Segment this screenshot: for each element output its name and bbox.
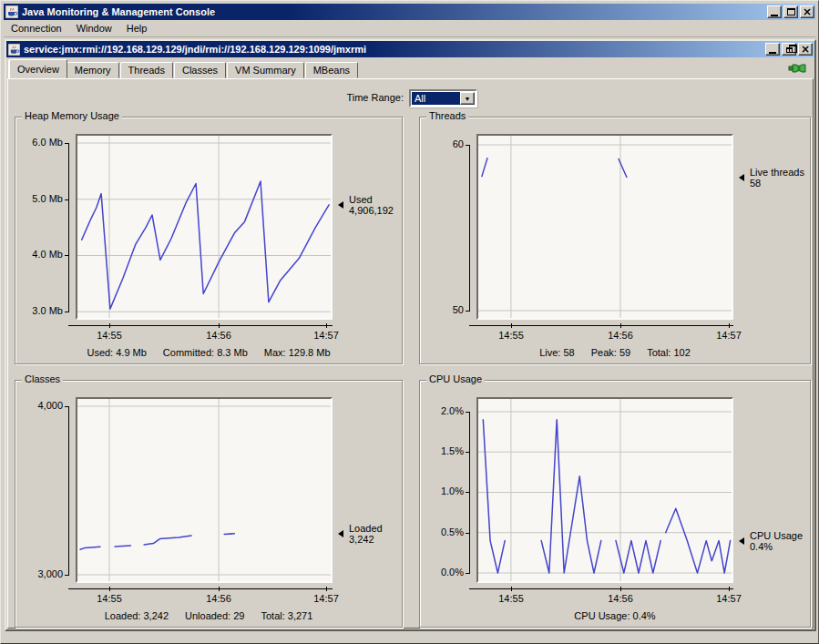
y-tick-label: 0.0% (413, 567, 464, 578)
inner-restore-button[interactable] (782, 43, 796, 56)
minimize-icon (769, 52, 776, 54)
x-tick-label: 14:55 (91, 593, 128, 604)
marker-arrow-icon (338, 201, 343, 209)
tab-mbeans[interactable]: MBeans (305, 62, 358, 78)
x-tick-label: 14:55 (493, 330, 529, 341)
summary-item: Committed: 8.3 Mb (163, 347, 248, 358)
maximize-icon (787, 8, 795, 15)
y-tick-label: 60 (413, 138, 464, 149)
y-axis-line (68, 143, 69, 312)
summary-item: Used: 4.9 Mb (87, 347, 146, 358)
x-tick-mark (511, 323, 512, 328)
time-range-value: All (412, 92, 460, 105)
inner-close-button[interactable]: × (798, 43, 813, 56)
group-box-heap-memory-usage: Heap Memory Usage6.0 Mb5.0 Mb4.0 Mb3.0 M… (15, 117, 403, 364)
x-tick-label: 14:55 (493, 593, 529, 604)
x-axis-line (469, 588, 733, 589)
connection-title: service:jmx:rmi://192.168.129.129/jndi/r… (24, 44, 366, 55)
menu-connection[interactable]: Connection (4, 21, 69, 36)
x-tick-mark (219, 323, 220, 328)
tab-classes[interactable]: Classes (174, 62, 226, 78)
group-title: Threads (426, 110, 468, 121)
group-box-threads: Threads605014:5514:5614:57Live threads 5… (419, 117, 811, 364)
tab-overview[interactable]: Overview (9, 59, 67, 78)
y-tick-label: 4,000 (12, 400, 63, 411)
summary-item: Loaded: 3,242 (105, 610, 169, 621)
y-tick-label: 0.5% (413, 526, 464, 537)
x-tick-label: 14:56 (602, 593, 639, 604)
x-tick-mark (620, 323, 621, 328)
marker-arrow-icon (739, 174, 744, 181)
connection-internal-frame: service:jmx:rmi://192.168.129.129/jndi/r… (5, 39, 816, 631)
x-tick-mark (729, 323, 730, 328)
x-tick-mark (219, 587, 220, 591)
x-tick-label: 14:57 (308, 593, 344, 604)
y-tick-label: 3.0 Mb (12, 305, 63, 316)
y-tick-label: 2.0% (413, 405, 464, 416)
summary-item: Total: 3,271 (261, 610, 312, 621)
x-tick-label: 14:57 (711, 330, 747, 341)
x-tick-label: 14:55 (91, 330, 128, 341)
chevron-down-icon[interactable]: ▼ (460, 92, 475, 105)
plot-area (476, 397, 733, 583)
x-axis-line (469, 325, 733, 326)
x-axis-line (68, 325, 333, 326)
x-axis-line (68, 588, 333, 589)
chart-summary: CPU Usage: 0.4% (420, 610, 810, 621)
group-title: CPU Usage (426, 373, 485, 384)
summary-item: CPU Usage: 0.4% (574, 610, 655, 621)
y-tick-label: 6.0 Mb (12, 137, 63, 148)
time-range-label: Time Range: (282, 92, 404, 103)
marker-label: Live threads 58 (750, 167, 804, 189)
java-cup-icon (8, 44, 20, 56)
x-tick-mark (729, 587, 730, 591)
close-icon: × (801, 45, 810, 54)
menu-window[interactable]: Window (69, 21, 119, 36)
x-tick-mark (511, 587, 512, 591)
inner-minimize-button[interactable] (765, 43, 780, 56)
tab-vm-summary[interactable]: VM Summary (227, 62, 304, 78)
marker-arrow-icon (338, 530, 343, 537)
marker-label: Loaded 3,242 (349, 523, 383, 545)
y-tick-label: 3,000 (12, 568, 63, 579)
close-icon: × (803, 7, 812, 16)
summary-item: Unloaded: 29 (185, 610, 244, 621)
plot-area (76, 134, 333, 320)
group-title: Heap Memory Usage (22, 110, 122, 121)
x-tick-mark (326, 587, 327, 591)
menu-help[interactable]: Help (119, 21, 155, 36)
x-tick-mark (620, 587, 621, 591)
close-button[interactable]: × (800, 5, 814, 18)
marker-arrow-icon (739, 537, 744, 545)
x-tick-mark (326, 323, 327, 328)
time-range-combobox[interactable]: All ▼ (409, 89, 477, 107)
maximize-button[interactable] (783, 5, 798, 18)
summary-item: Live: 58 (539, 347, 575, 358)
inner-title-bar: service:jmx:rmi://192.168.129.129/jndi/r… (6, 41, 814, 57)
tab-memory[interactable]: Memory (67, 62, 119, 78)
x-tick-label: 14:57 (308, 330, 344, 341)
y-tick-label: 50 (413, 304, 464, 315)
plot-area (76, 397, 333, 583)
y-tick-label: 5.0 Mb (12, 193, 63, 204)
marker-label: Used 4,906,192 (349, 194, 394, 216)
chart-summary: Live: 58Peak: 59Total: 102 (420, 347, 810, 358)
y-axis-line (469, 145, 470, 312)
group-box-cpu-usage: CPU Usage2.0%1.5%1.0%0.5%0.0%14:5514:561… (419, 380, 811, 628)
group-box-classes: Classes4,0003,00014:5514:5614:57Loaded 3… (15, 380, 403, 628)
summary-item: Max: 129.8 Mb (264, 347, 331, 358)
minimize-button[interactable] (767, 5, 782, 18)
x-tick-label: 14:57 (711, 593, 747, 604)
chart-summary: Loaded: 3,242Unloaded: 29Total: 3,271 (15, 610, 402, 621)
y-tick-label: 1.5% (413, 445, 464, 456)
group-title: Classes (22, 373, 63, 384)
minimize-icon (771, 15, 778, 16)
y-axis-line (68, 406, 69, 576)
restore-icon (786, 47, 793, 53)
x-tick-label: 14:56 (602, 330, 639, 341)
jconsole-window: Java Monitoring & Management Console × C… (0, 0, 819, 644)
x-tick-mark (109, 587, 110, 591)
summary-item: Total: 102 (647, 347, 691, 358)
x-tick-label: 14:56 (200, 593, 237, 604)
tab-threads[interactable]: Threads (120, 62, 173, 78)
